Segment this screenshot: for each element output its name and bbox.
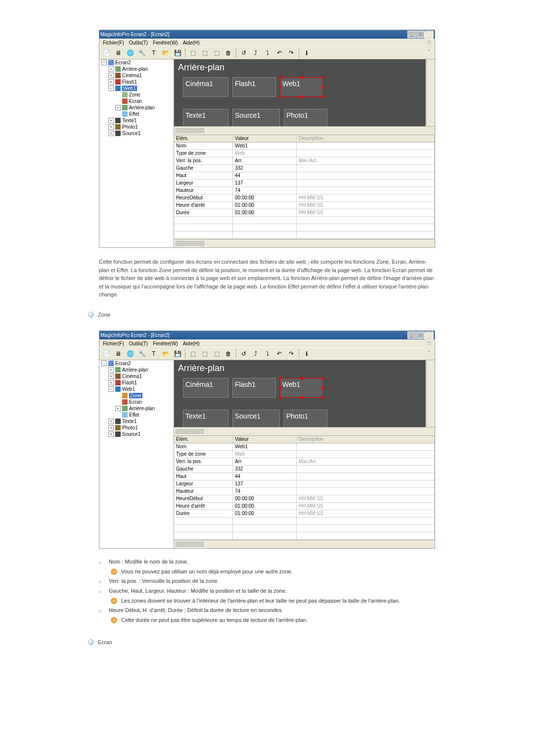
zone-box[interactable]: Texte1	[183, 109, 228, 126]
grid-row[interactable]: Haut44	[174, 473, 435, 480]
zone-box[interactable]: Web1	[280, 378, 323, 398]
menubar[interactable]: Fichier(F)Outils(T)Fenêtre(W)Aide(H)	[101, 39, 202, 47]
child-restore-icon[interactable]: ❐	[425, 340, 433, 347]
toolbar-button[interactable]: ⬚	[199, 348, 210, 359]
tree-item[interactable]: +Source1	[99, 130, 174, 137]
tree-item[interactable]: +Arrière-plan	[99, 405, 174, 412]
grid-cell-value[interactable]: 332	[233, 165, 297, 172]
tree-view[interactable]: −Ecran2+Arrière-plan+Cinéma1+Flash1−Web1…	[99, 59, 174, 247]
grid-cell-value[interactable]: 00:00:00	[233, 194, 297, 202]
zone-box[interactable]: Photo1	[284, 109, 327, 126]
grid-cell-value[interactable]: 74	[233, 187, 297, 194]
toolbar-button[interactable]: ⤴	[250, 47, 261, 58]
toolbar-button[interactable]: 🔧	[136, 348, 147, 359]
grid-cell-value[interactable]: 00:00:00	[233, 495, 297, 503]
menu-item[interactable]: Aide(H)	[183, 40, 200, 46]
property-grid[interactable]: Elém.ValeurDescriptionNomWeb1Type de zon…	[174, 435, 435, 540]
grid-row[interactable]: Heure d'arrêt01:00:00HH:MM:SS	[174, 202, 435, 209]
tree-item[interactable]: +Arrière-plan	[99, 66, 174, 72]
tree-item[interactable]: Zone	[99, 392, 174, 399]
expand-icon[interactable]: +	[108, 419, 114, 424]
grid-row[interactable]: Durée01:00:00HH:MM:SS	[174, 510, 435, 518]
resize-handle[interactable]	[301, 95, 303, 98]
toolbar-button[interactable]: 🌐	[125, 348, 135, 359]
child-restore-icon[interactable]: ❐	[425, 39, 433, 47]
toolbar-button[interactable]: ⤵	[262, 348, 273, 359]
tree-item[interactable]: +Flash1	[99, 79, 174, 85]
zone-box[interactable]: Photo1	[284, 410, 327, 427]
expand-icon[interactable]: +	[115, 406, 121, 411]
expand-icon[interactable]: +	[115, 105, 121, 110]
toolbar-button[interactable]: ↶	[274, 348, 285, 359]
tree-item[interactable]: −Web1	[99, 85, 174, 92]
grid-row[interactable]: Verr. la pos.Arr.Mar./Arr.	[174, 157, 435, 165]
expand-icon[interactable]: +	[108, 431, 114, 437]
grid-row[interactable]: NomWeb1	[174, 443, 435, 451]
tree-view[interactable]: −Ecran2+Arrière-plan+Cinéma1+Flash1−Web1…	[99, 360, 174, 548]
resize-handle[interactable]	[301, 377, 303, 379]
grid-row[interactable]: Type de zoneWeb	[174, 150, 435, 157]
expand-icon[interactable]: +	[108, 124, 114, 130]
toolbar[interactable]: 📄🖥🌐🔧T📂💾⬚⬚⬚🗑↺⤴⤵↶↷ℹ	[99, 347, 435, 360]
resize-handle[interactable]	[279, 387, 281, 389]
grid-cell-value[interactable]: Arr.	[233, 458, 297, 466]
grid-row[interactable]: Durée01:00:00HH:MM:SS	[174, 209, 435, 217]
toolbar-button[interactable]: 📂	[160, 348, 171, 359]
grid-row[interactable]: Hauteur74	[174, 187, 435, 194]
child-minimize-icon[interactable]: _	[425, 32, 433, 39]
tree-item[interactable]: +Photo1	[99, 124, 174, 130]
toolbar-button[interactable]: 🗑	[223, 47, 234, 58]
toolbar-button[interactable]: 📄	[101, 47, 112, 58]
grid-row[interactable]: Heure d'arrêt01:00:00HH:MM:SS	[174, 503, 435, 510]
toolbar-button[interactable]: 📄	[101, 348, 112, 359]
toolbar-button[interactable]: 🖥	[113, 47, 124, 58]
tree-item[interactable]: Ecran	[99, 98, 174, 104]
expand-icon[interactable]: +	[108, 131, 114, 136]
resize-handle[interactable]	[279, 377, 281, 379]
toolbar[interactable]: 📄🖥🌐🔧T📂💾⬚⬚⬚🗑↺⤴⤵↶↷ℹ	[99, 47, 435, 59]
grid-row[interactable]: Haut44	[174, 172, 435, 180]
grid-cell-value[interactable]: 137	[233, 480, 297, 488]
tree-item[interactable]: Ecran	[99, 399, 174, 405]
toolbar-button[interactable]: ⤵	[262, 47, 273, 58]
zone-box[interactable]: Texte1	[183, 410, 228, 427]
resize-handle[interactable]	[322, 387, 324, 389]
resize-handle[interactable]	[301, 76, 303, 79]
expand-icon[interactable]: +	[108, 367, 114, 373]
grid-cell-value[interactable]: 44	[233, 473, 297, 480]
grid-cell-value[interactable]: Web1	[233, 443, 297, 451]
tree-item[interactable]: +Cinéma1	[99, 72, 174, 79]
grid-header-cell[interactable]: Description	[297, 135, 435, 142]
expand-icon[interactable]: −	[101, 60, 107, 65]
expand-icon[interactable]: +	[108, 374, 114, 379]
resize-handle[interactable]	[322, 86, 324, 89]
grid-row[interactable]: Largeur137	[174, 480, 435, 488]
tree-item[interactable]: −Ecran2	[99, 59, 174, 66]
zone-box[interactable]: Flash1	[232, 378, 276, 398]
toolbar-button[interactable]: ↷	[286, 348, 297, 359]
grid-cell-value[interactable]: Arr.	[233, 157, 297, 165]
tree-item[interactable]: Effet	[99, 111, 174, 117]
grid-row[interactable]: HeureDébut00:00:00HH:MM:SS	[174, 194, 435, 202]
grid-row[interactable]: HeureDébut00:00:00HH:MM:SS	[174, 495, 435, 503]
expand-icon[interactable]: +	[108, 380, 114, 385]
menu-item[interactable]: Fenêtre(W)	[153, 341, 178, 346]
zone-box[interactable]: Source1	[232, 410, 280, 427]
toolbar-button[interactable]: 🗑	[223, 348, 234, 359]
grid-cell-value[interactable]: 74	[233, 488, 297, 495]
toolbar-button[interactable]: ↷	[286, 47, 297, 58]
menu-item[interactable]: Fenêtre(W)	[153, 40, 178, 46]
tree-item[interactable]: +Cinéma1	[99, 373, 174, 379]
toolbar-button[interactable]: ⬚	[211, 47, 222, 58]
resize-handle[interactable]	[301, 396, 303, 399]
toolbar-button[interactable]: ↺	[238, 348, 249, 359]
grid-cell-value[interactable]: 332	[233, 466, 297, 473]
grid-cell-value[interactable]: 01:00:00	[233, 503, 297, 510]
toolbar-button[interactable]: ↶	[274, 47, 285, 58]
child-minimize-icon[interactable]: _	[425, 332, 433, 340]
grid-header-cell[interactable]: Elém.	[174, 436, 233, 443]
grid-cell-value[interactable]: 44	[233, 172, 297, 180]
grid-header-cell[interactable]: Description	[297, 436, 435, 443]
child-close-icon[interactable]: ×	[425, 347, 433, 355]
tree-item[interactable]: +Texte1	[99, 117, 174, 124]
